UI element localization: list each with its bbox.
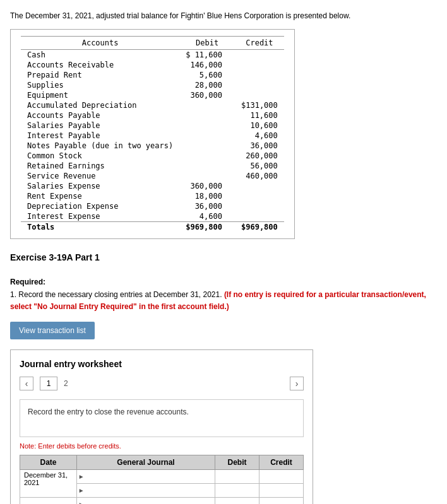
current-page: 1 xyxy=(40,377,57,390)
account-name: Cash xyxy=(21,50,179,61)
credit-value xyxy=(235,191,284,201)
general-journal-input-3[interactable] xyxy=(86,498,215,504)
journal-row-3: ► xyxy=(20,498,304,504)
credit-value: 11,600 xyxy=(235,110,284,120)
general-journal-field-1[interactable] xyxy=(86,470,215,483)
date-cell-1: December 31,2021 xyxy=(20,470,77,498)
account-name: Rent Expense xyxy=(21,191,179,201)
account-name: Accumulated Depreciation xyxy=(21,100,179,110)
account-name: Accounts Payable xyxy=(21,110,179,120)
credit-column-header: Credit xyxy=(259,455,304,470)
debit-input-2[interactable] xyxy=(215,484,259,498)
general-journal-header: General Journal xyxy=(77,455,215,470)
worksheet-instruction: Record the entry to close the revenue ac… xyxy=(20,399,304,437)
account-name: Common Stock xyxy=(21,151,179,161)
account-name: Prepaid Rent xyxy=(21,70,179,80)
account-name: Interest Payable xyxy=(21,131,179,141)
journal-table: Date General Journal Debit Credit Decemb… xyxy=(20,455,304,504)
debit-value: 360,000 xyxy=(179,181,235,191)
date-cell-3 xyxy=(20,498,77,504)
debit-value xyxy=(179,120,235,131)
instructions: 1. Record the necessary closing entries … xyxy=(10,289,437,313)
account-name: Totals xyxy=(21,222,179,233)
credit-header: Credit xyxy=(235,37,284,50)
debit-column-header: Debit xyxy=(215,455,259,470)
account-name: Equipment xyxy=(21,90,179,100)
account-name: Supplies xyxy=(21,80,179,90)
debit-field-3[interactable] xyxy=(215,498,259,504)
account-name: Notes Payable (due in two years) xyxy=(21,141,179,151)
debit-header: Debit xyxy=(179,37,235,50)
debit-value xyxy=(179,161,235,171)
account-name: Service Revenue xyxy=(21,171,179,181)
debit-value xyxy=(179,100,235,110)
credit-value: $969,800 xyxy=(235,222,284,233)
credit-value: 4,600 xyxy=(235,131,284,141)
debit-value: $ 11,600 xyxy=(179,50,235,61)
note-text: Note: Enter debits before credits. xyxy=(20,442,304,450)
general-journal-input-1[interactable] xyxy=(86,470,215,484)
account-name: Salaries Payable xyxy=(21,120,179,131)
arrow-cell-2[interactable]: ► xyxy=(77,484,86,498)
intro-text: The December 31, 2021, adjusted trial ba… xyxy=(10,10,437,21)
debit-value xyxy=(179,131,235,141)
trial-balance-table: Accounts Debit Credit Cash$ 11,600Accoun… xyxy=(21,36,284,232)
credit-value xyxy=(235,201,284,211)
general-journal-field-3[interactable] xyxy=(86,498,215,504)
general-journal-input-2[interactable] xyxy=(86,484,215,498)
debit-value: 146,000 xyxy=(179,60,235,70)
next-page-button[interactable]: › xyxy=(290,377,304,390)
debit-input-1[interactable] xyxy=(215,470,259,484)
exercise-title: Exercise 3-19A Part 1 xyxy=(10,252,437,262)
instruction-text: Record the necessary closing entries at … xyxy=(18,290,222,299)
journal-row-1: December 31,2021 ► xyxy=(20,470,304,484)
instruction-number: 1. xyxy=(10,290,16,299)
debit-input-3[interactable] xyxy=(215,498,259,504)
credit-value: 10,600 xyxy=(235,120,284,131)
debit-value xyxy=(179,151,235,161)
credit-input-2[interactable] xyxy=(259,484,304,498)
account-name: Interest Expense xyxy=(21,211,179,222)
debit-value: $969,800 xyxy=(179,222,235,233)
trial-balance-container: Accounts Debit Credit Cash$ 11,600Accoun… xyxy=(10,29,295,239)
credit-value: 260,000 xyxy=(235,151,284,161)
required-label: Required: xyxy=(10,278,437,286)
credit-value xyxy=(235,181,284,191)
general-journal-field-2[interactable] xyxy=(86,484,215,497)
account-name: Retained Earnings xyxy=(21,161,179,171)
credit-value: $131,000 xyxy=(235,100,284,110)
debit-value xyxy=(179,171,235,181)
credit-value xyxy=(235,60,284,70)
credit-value xyxy=(235,50,284,61)
prev-page-button[interactable]: ‹ xyxy=(20,377,33,390)
arrow-cell-1[interactable]: ► xyxy=(77,470,86,484)
worksheet-title: Journal entry worksheet xyxy=(20,359,304,369)
credit-value xyxy=(235,70,284,80)
credit-input-1[interactable] xyxy=(259,470,304,484)
debit-value xyxy=(179,110,235,120)
credit-value xyxy=(235,90,284,100)
account-name: Depreciation Expense xyxy=(21,201,179,211)
accounts-header: Accounts xyxy=(21,37,179,50)
account-name: Salaries Expense xyxy=(21,181,179,191)
debit-field-1[interactable] xyxy=(215,470,259,483)
debit-value: 36,000 xyxy=(179,201,235,211)
next-page-label: 2 xyxy=(64,379,68,388)
credit-value: 36,000 xyxy=(235,141,284,151)
credit-field-1[interactable] xyxy=(259,470,303,483)
debit-value xyxy=(179,141,235,151)
credit-input-3[interactable] xyxy=(259,498,304,504)
credit-field-3[interactable] xyxy=(259,498,303,504)
debit-value: 4,600 xyxy=(179,211,235,222)
debit-field-2[interactable] xyxy=(215,484,259,497)
arrow-cell-3[interactable]: ► xyxy=(77,498,86,504)
debit-value: 360,000 xyxy=(179,90,235,100)
credit-field-2[interactable] xyxy=(259,484,303,497)
credit-value xyxy=(235,211,284,222)
debit-value: 5,600 xyxy=(179,70,235,80)
account-name: Accounts Receivable xyxy=(21,60,179,70)
debit-value: 18,000 xyxy=(179,191,235,201)
credit-value: 460,000 xyxy=(235,171,284,181)
journal-worksheet: Journal entry worksheet ‹ 1 2 › Record t… xyxy=(10,349,313,504)
view-transaction-button[interactable]: View transaction list xyxy=(10,322,95,339)
